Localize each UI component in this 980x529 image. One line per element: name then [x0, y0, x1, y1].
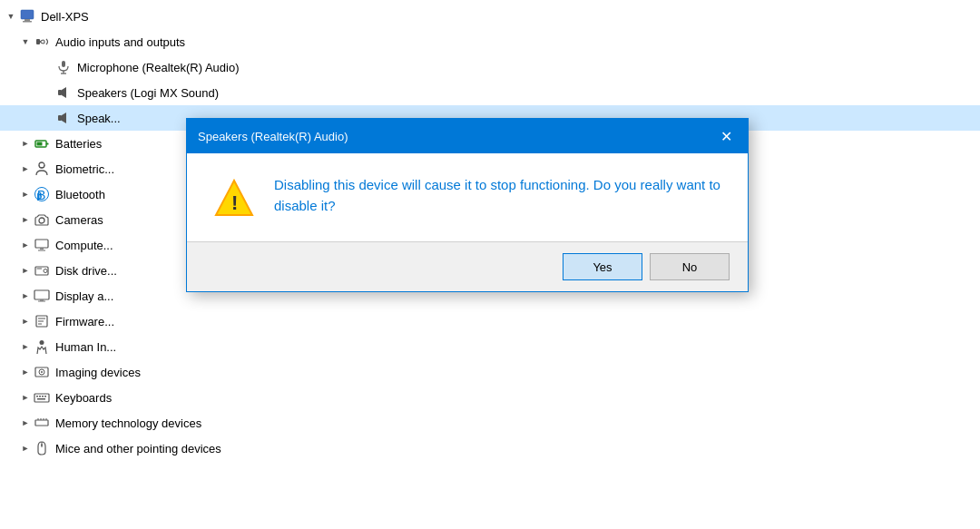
- svg-rect-12: [46, 143, 49, 145]
- tree-item-microphone[interactable]: Microphone (Realtek(R) Audio): [0, 54, 980, 80]
- expand-icon-disk[interactable]: ►: [18, 263, 33, 278]
- tree-label-bluetooth: Bluetooth: [55, 188, 105, 201]
- no-button[interactable]: No: [650, 253, 730, 280]
- svg-rect-37: [36, 396, 38, 397]
- svg-rect-7: [58, 90, 62, 95]
- icon-audio: [34, 34, 50, 50]
- expand-icon-memory[interactable]: ►: [18, 416, 33, 430]
- tree-label-batteries: Batteries: [55, 137, 102, 151]
- disable-device-dialog: Speakers (Realtek(R) Audio) ✕ ! Disablin…: [186, 118, 749, 292]
- dialog-message: Disabling this device will cause it to s…: [274, 175, 722, 216]
- icon-bluetooth: B β: [34, 186, 50, 202]
- expand-icon-imaging[interactable]: ►: [18, 365, 33, 379]
- svg-rect-40: [44, 396, 46, 397]
- svg-point-32: [40, 340, 44, 345]
- tree-label-firmware: Firmware...: [55, 315, 114, 328]
- dialog-titlebar: Speakers (Realtek(R) Audio) ✕: [187, 119, 748, 153]
- icon-camera: [34, 211, 50, 228]
- tree-item-audio[interactable]: ▼ Audio inputs and outputs: [0, 29, 980, 54]
- expand-icon-keyboards[interactable]: ►: [18, 390, 33, 405]
- tree-label-disk: Disk drive...: [55, 264, 117, 278]
- expand-icon-batteries[interactable]: ►: [18, 136, 33, 151]
- svg-point-23: [44, 269, 47, 273]
- expand-icon-bluetooth[interactable]: ►: [18, 187, 33, 201]
- tree-item-memory[interactable]: ► Memory technology devices: [0, 410, 980, 436]
- svg-rect-9: [58, 115, 62, 121]
- expand-icon-human[interactable]: ►: [18, 339, 33, 354]
- svg-rect-4: [62, 61, 65, 67]
- svg-rect-0: [21, 10, 34, 19]
- icon-mic: [55, 59, 72, 75]
- svg-rect-3: [36, 39, 40, 44]
- dialog-footer: Yes No: [187, 241, 748, 291]
- tree-item-human[interactable]: ► Human In...: [0, 334, 980, 359]
- icon-biometric: [34, 161, 50, 177]
- icon-human: [34, 338, 50, 355]
- tree-item-keyboards[interactable]: ► Keyboards: [0, 385, 980, 410]
- icon-speaker-logi: [55, 84, 72, 101]
- icon-firmware: [34, 313, 50, 329]
- tree-label-computer: Compute...: [55, 239, 113, 252]
- svg-marker-10: [62, 113, 66, 123]
- icon-computer: [19, 8, 35, 24]
- expand-icon-biometric[interactable]: ►: [18, 162, 33, 176]
- icon-speaker-rt: [55, 110, 72, 126]
- svg-rect-42: [35, 420, 48, 426]
- expand-icon-speakers-rt: [40, 111, 54, 125]
- icon-memory: [34, 415, 50, 431]
- yes-button[interactable]: Yes: [563, 253, 642, 280]
- expand-icon-cameras[interactable]: ►: [18, 212, 33, 227]
- dialog-title: Speakers (Realtek(R) Audio): [198, 130, 348, 143]
- svg-rect-41: [37, 398, 45, 400]
- tree-label-microphone: Microphone (Realtek(R) Audio): [77, 61, 239, 74]
- tree-label-cameras: Cameras: [55, 213, 103, 227]
- icon-keyboard: [34, 389, 50, 406]
- svg-point-48: [41, 445, 43, 446]
- svg-rect-36: [34, 394, 49, 402]
- tree-item-dell-xps[interactable]: ▼ Dell-XPS: [0, 4, 980, 29]
- tree-label-mice: Mice and other pointing devices: [55, 442, 221, 456]
- svg-rect-20: [40, 248, 44, 250]
- tree-label-biometric: Biometric...: [55, 162, 114, 176]
- expand-icon-mic: [40, 60, 54, 74]
- expand-icon-mice[interactable]: ►: [18, 441, 33, 456]
- svg-point-35: [41, 371, 43, 373]
- tree-item-firmware[interactable]: ► Firmware...: [0, 309, 980, 334]
- tree-item-speakers-logi[interactable]: Speakers (Logi MX Sound): [0, 80, 980, 105]
- svg-marker-8: [62, 87, 66, 98]
- tree-item-mice[interactable]: ► Mice and other pointing devices: [0, 436, 980, 461]
- warning-icon: !: [212, 175, 256, 223]
- svg-text:!: !: [231, 191, 238, 214]
- expand-icon-dell-xps[interactable]: ▼: [4, 9, 18, 24]
- tree-item-imaging[interactable]: ► Imaging devices: [0, 359, 980, 385]
- tree-label-memory: Memory technology devices: [55, 416, 201, 430]
- tree-label-dell-xps: Dell-XPS: [41, 10, 89, 24]
- svg-rect-38: [39, 396, 41, 397]
- tree-label-imaging: Imaging devices: [55, 366, 141, 379]
- icon-computer2: [34, 237, 50, 253]
- tree-label-speakers-logi: Speakers (Logi MX Sound): [77, 86, 219, 100]
- expand-icon-firmware[interactable]: ►: [18, 314, 33, 328]
- expand-icon-speakers-logi: [40, 85, 54, 100]
- tree-label-keyboards: Keyboards: [55, 391, 112, 405]
- icon-battery: [34, 135, 50, 152]
- svg-rect-25: [34, 290, 49, 299]
- svg-rect-39: [42, 396, 44, 397]
- tree-label-human: Human In...: [55, 340, 116, 354]
- dialog-body: ! Disabling this device will cause it to…: [187, 153, 748, 241]
- icon-imaging: [34, 364, 50, 380]
- svg-rect-1: [24, 19, 30, 21]
- icon-mouse: [34, 440, 50, 456]
- tree-label-audio: Audio inputs and outputs: [55, 35, 185, 49]
- expand-icon-audio[interactable]: ▼: [18, 34, 33, 49]
- svg-rect-2: [23, 21, 32, 23]
- expand-icon-computer[interactable]: ►: [18, 238, 33, 252]
- expand-icon-display[interactable]: ►: [18, 289, 33, 303]
- svg-text:β: β: [37, 190, 43, 201]
- tree-label-display: Display a...: [55, 289, 113, 303]
- tree-label-speakers-rt: Speak...: [77, 112, 121, 125]
- icon-display: [34, 288, 50, 304]
- svg-point-18: [39, 218, 44, 223]
- svg-rect-22: [35, 267, 48, 275]
- dialog-close-button[interactable]: ✕: [715, 125, 737, 147]
